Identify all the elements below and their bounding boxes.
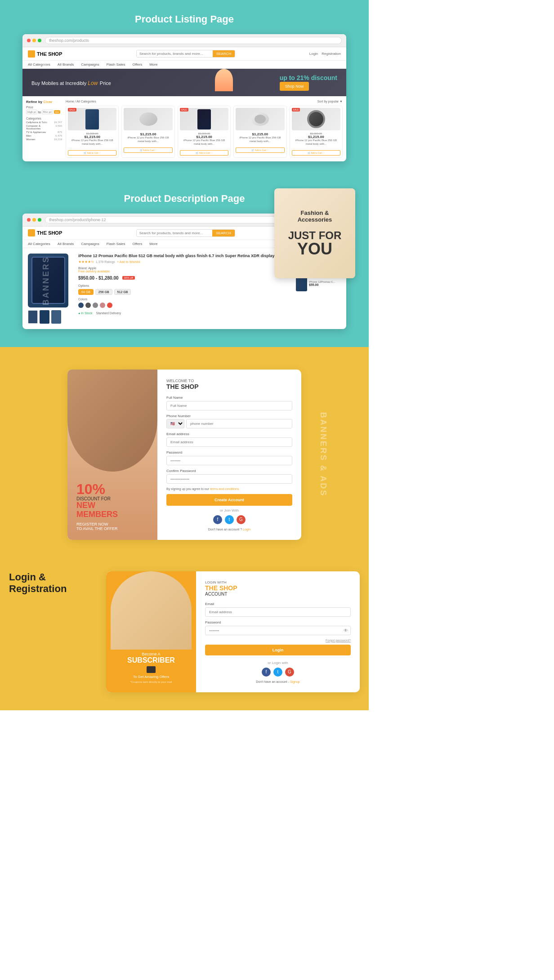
- login-email-label: Email: [205, 602, 351, 606]
- login-link[interactable]: Login: [243, 528, 250, 531]
- dot-yellow: [32, 39, 36, 42]
- promo-new-members: NEWMEMBERS: [76, 501, 148, 519]
- confirm-password-input[interactable]: [166, 474, 292, 484]
- nav-campaigns[interactable]: Campaigns: [81, 62, 99, 67]
- login-password-wrapper: 👁: [205, 625, 351, 635]
- nav-offers[interactable]: Offers: [133, 62, 143, 67]
- free-delivery: Free delivery available: [78, 270, 110, 273]
- search-button[interactable]: SEARCH: [213, 50, 235, 57]
- nav-flash-sales[interactable]: Flash Sales: [107, 242, 125, 246]
- login-card: Become A SUBSCRIBER To Get Amazing Offer…: [106, 571, 360, 692]
- login-promo-person: [111, 571, 192, 650]
- registration-link[interactable]: Registration: [322, 52, 341, 56]
- products-grid: SALE $1,300.00 $1,215.00 iPhone 12 pro P…: [66, 106, 343, 158]
- breadcrumb: Home / All Categories: [66, 100, 96, 103]
- banner-discount-text: up to 21% discount: [280, 74, 337, 81]
- twitter-login-icon[interactable]: t: [273, 668, 282, 677]
- nav-more[interactable]: More: [149, 62, 157, 67]
- email-label: Email address: [166, 432, 292, 436]
- nav-more[interactable]: More: [149, 242, 157, 246]
- add-to-wishlist[interactable]: + Add to Wishlist: [117, 260, 140, 263]
- login-link[interactable]: Login: [309, 52, 318, 56]
- nav-all-brands[interactable]: All Brands: [58, 242, 74, 246]
- show-password-button[interactable]: 👁: [344, 628, 348, 633]
- banner-main-text: Buy Mobiles at Incredibly: [31, 80, 88, 86]
- nav-offers[interactable]: Offers: [133, 242, 143, 246]
- login-password-label: Password: [205, 620, 351, 624]
- facebook-login-icon[interactable]: f: [262, 668, 271, 677]
- storage-256gb[interactable]: 256 GB: [95, 289, 112, 295]
- category-men[interactable]: Men 5,475: [26, 134, 62, 137]
- banner-low-text: Low: [88, 80, 98, 86]
- search-button[interactable]: SEARCH: [212, 230, 234, 236]
- login-password-input[interactable]: [205, 626, 351, 635]
- add-to-cart-button[interactable]: 🛒 Add to Cart ♡: [68, 150, 116, 156]
- color-blue[interactable]: [78, 303, 84, 308]
- nav-campaigns[interactable]: Campaigns: [81, 242, 99, 246]
- search-input[interactable]: [137, 50, 213, 57]
- terms-link[interactable]: terms and conditions: [210, 487, 239, 490]
- forgot-password-link[interactable]: Forgot password?: [205, 639, 351, 642]
- category-women[interactable]: Women 19,218: [26, 138, 62, 141]
- products-top-bar: Home / All Categories Sort by popular ▼: [66, 100, 343, 103]
- search-input[interactable]: [137, 230, 213, 236]
- nav-flash-sales[interactable]: Flash Sales: [107, 62, 125, 67]
- add-to-cart-button[interactable]: 🛒 Add to Cart ♡: [292, 150, 340, 156]
- color-pink[interactable]: [100, 303, 105, 308]
- add-to-cart-button[interactable]: 🛒 Add to Cart ♡: [180, 150, 228, 156]
- banner-person-image: [215, 69, 233, 91]
- country-select[interactable]: 🇺🇸 ▼: [166, 419, 184, 428]
- login-social-icons: f t G: [205, 668, 351, 677]
- google-login-icon[interactable]: G: [285, 668, 294, 677]
- thumbnail-1[interactable]: [28, 310, 38, 324]
- storage-options: 64 GB 256 GB 512 GB: [78, 289, 290, 295]
- full-name-input[interactable]: [166, 401, 292, 410]
- price-min-input[interactable]: [26, 110, 37, 114]
- add-to-cart-button[interactable]: 🛒 Add to Cart ♡: [236, 147, 284, 153]
- listing-page-title: Product Listing Page: [9, 13, 360, 25]
- email-input[interactable]: [166, 437, 292, 447]
- color-gray[interactable]: [85, 303, 91, 308]
- color-options: [78, 303, 290, 308]
- thumbnail-2[interactable]: [40, 310, 49, 324]
- login-button[interactable]: Login: [205, 645, 351, 655]
- sort-select[interactable]: Sort by popular ▼: [317, 100, 343, 103]
- browser-dots: [27, 39, 41, 42]
- create-account-button[interactable]: Create Account: [166, 494, 292, 506]
- color-red[interactable]: [107, 303, 112, 308]
- phone-input[interactable]: [186, 419, 292, 428]
- side-label-banners-ads-2: BANNERS & ADS: [41, 221, 51, 305]
- product-price-new: $1,215.00: [68, 135, 116, 139]
- login-section-content: Login &Registration Become A SUBSCRIBER …: [9, 571, 360, 692]
- product-card: SALE $3,300.00 $1,215.00 iPhone 12 pro P…: [290, 106, 343, 158]
- color-silver[interactable]: [93, 303, 98, 308]
- twitter-icon[interactable]: t: [225, 515, 234, 524]
- subscriber-title: SUBSCRIBER: [113, 656, 189, 664]
- thumbnail-3[interactable]: [51, 310, 61, 324]
- nav-all-brands[interactable]: All Brands: [58, 62, 74, 67]
- login-password-group: Password 👁: [205, 620, 351, 635]
- terms-text: By signing up you agree to our terms and…: [166, 487, 292, 490]
- shop-now-button[interactable]: Shop Now: [280, 82, 309, 91]
- add-to-cart-button[interactable]: 🛒 Add to Cart ♡: [124, 147, 172, 153]
- password-label: Password: [166, 450, 292, 454]
- in-stock: ● In Stock: [78, 312, 92, 315]
- google-icon[interactable]: G: [237, 515, 246, 524]
- become-a-text: Become A: [113, 652, 189, 656]
- desc-shop-search[interactable]: SEARCH: [136, 229, 235, 237]
- storage-64gb[interactable]: 64 GB: [78, 289, 94, 295]
- price-go-button[interactable]: Go: [54, 110, 60, 114]
- login-email-input[interactable]: [205, 607, 351, 617]
- signup-link[interactable]: Signup: [290, 680, 300, 683]
- confirm-password-group: Confirm Password: [166, 469, 292, 484]
- password-input[interactable]: [166, 456, 292, 465]
- product-badge: SALE: [68, 108, 76, 111]
- shop-search[interactable]: SEARCH: [136, 50, 235, 58]
- storage-512gb[interactable]: 512 GB: [114, 289, 131, 295]
- facebook-icon[interactable]: f: [213, 515, 222, 524]
- delivery-type: Standard Delivery: [96, 312, 121, 315]
- cat-name: Computer & Accessories: [26, 125, 55, 130]
- registration-promo: 10% DISCOUNT FOR NEWMEMBERS REGISTER NOW…: [67, 370, 157, 540]
- products-main: Home / All Categories Sort by popular ▼ …: [66, 100, 343, 158]
- price-range: $950.00 - $1,280.00: [78, 276, 119, 281]
